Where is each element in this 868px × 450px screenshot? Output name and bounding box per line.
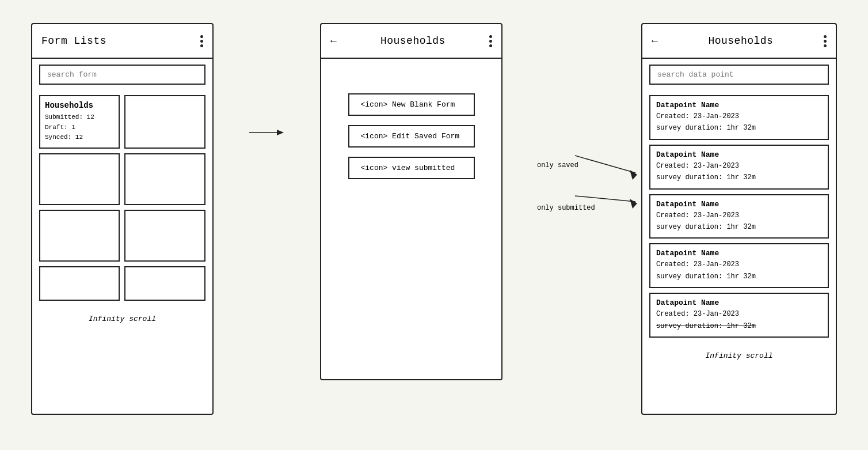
svg-marker-1 <box>277 130 284 135</box>
search-datapoint-input[interactable] <box>649 65 829 85</box>
form-card-households[interactable]: Households Submitted: 12Draft: 1Synced: … <box>39 95 120 149</box>
datapoint-card-1[interactable]: Datapoint Name Created: 23-Jan-2023surve… <box>649 95 829 140</box>
dot-1 <box>489 35 492 38</box>
screen1-title: Form Lists <box>41 35 106 47</box>
screen3-header: ← Households <box>642 24 836 59</box>
arrow-s1-s2-svg <box>249 124 284 141</box>
page-container: Form Lists Households Submitted: 12Draft… <box>14 12 854 426</box>
screen3-wrapper: ← Households Datapoint Name Created: 23-… <box>641 23 837 415</box>
svg-marker-5 <box>630 199 637 209</box>
screen2-back-arrow[interactable]: ← <box>330 35 337 47</box>
dp-meta-3: Created: 23-Jan-2023survey duration: 1hr… <box>656 210 822 233</box>
form-grid: Households Submitted: 12Draft: 1Synced: … <box>32 90 212 305</box>
form-card-empty-1[interactable] <box>124 95 205 149</box>
datapoint-card-4[interactable]: Datapoint Name Created: 23-Jan-2023surve… <box>649 243 829 288</box>
arrow-s1-s2-container <box>248 46 285 219</box>
svg-marker-3 <box>630 170 637 180</box>
screen3-infinity-label: Infinity scroll <box>642 342 836 365</box>
annotation-only-submitted: only submitted <box>537 204 595 212</box>
action-area: <icon> New Blank Form <icon> Edit Saved … <box>321 59 501 202</box>
dp-meta-5: Created: 23-Jan-2023survey duration: 1hr… <box>656 308 822 332</box>
form-card-meta: Submitted: 12Draft: 1Synced: 12 <box>45 112 114 143</box>
form-card-empty-4[interactable] <box>39 210 120 262</box>
form-card-empty-3[interactable] <box>124 153 205 205</box>
dot-3 <box>824 44 827 47</box>
screen2-menu-dots[interactable] <box>489 35 492 47</box>
screen3-menu-dots[interactable] <box>824 35 827 47</box>
annotation-only-saved: only saved <box>537 161 578 169</box>
dot-2 <box>200 40 203 43</box>
dp-meta-2: Created: 23-Jan-2023survey duration: 1hr… <box>656 160 822 184</box>
only-submitted-label: only submitted <box>537 204 595 212</box>
dp-title-4: Datapoint Name <box>656 249 822 258</box>
annotations-area: only saved only submitted <box>537 23 607 212</box>
screen2-title: Households <box>380 35 446 47</box>
dot-1 <box>824 35 827 38</box>
dot-3 <box>489 44 492 47</box>
form-card-empty-7[interactable] <box>124 266 205 301</box>
dp-meta-1: Created: 23-Jan-2023survey duration: 1hr… <box>656 111 822 134</box>
datapoint-list: Datapoint Name Created: 23-Jan-2023surve… <box>642 90 836 342</box>
dp-title-5: Datapoint Name <box>656 298 822 307</box>
edit-saved-form-button[interactable]: <icon> Edit Saved Form <box>348 125 475 148</box>
form-card-empty-2[interactable] <box>39 153 120 205</box>
dp-strikethrough: survey duration: 1hr 32m <box>656 322 756 330</box>
new-blank-form-button[interactable]: <icon> New Blank Form <box>348 93 475 116</box>
screen-datapoints: ← Households Datapoint Name Created: 23-… <box>641 23 837 415</box>
form-card-empty-6[interactable] <box>39 266 120 301</box>
dot-2 <box>489 40 492 43</box>
screen1-menu-dots[interactable] <box>200 35 203 47</box>
datapoint-card-5[interactable]: Datapoint Name Created: 23-Jan-2023surve… <box>649 293 829 338</box>
dp-title-3: Datapoint Name <box>656 200 822 209</box>
screen3-title: Households <box>708 35 773 47</box>
screen2-header: ← Households <box>321 24 501 59</box>
dp-meta-4: Created: 23-Jan-2023survey duration: 1hr… <box>656 259 822 282</box>
form-card-title: Households <box>45 101 114 110</box>
dp-title-1: Datapoint Name <box>656 101 822 109</box>
form-card-empty-5[interactable] <box>124 210 205 262</box>
search-form-input[interactable] <box>39 65 205 85</box>
screen1-header: Form Lists <box>32 24 212 59</box>
screen-households-actions: ← Households <icon> New Blank Form <icon… <box>320 23 502 380</box>
datapoint-card-3[interactable]: Datapoint Name Created: 23-Jan-2023surve… <box>649 194 829 239</box>
screen1-infinity-label: Infinity scroll <box>32 305 212 328</box>
datapoint-card-2[interactable]: Datapoint Name Created: 23-Jan-2023surve… <box>649 145 829 190</box>
screen-form-lists: Form Lists Households Submitted: 12Draft… <box>31 23 214 415</box>
dot-3 <box>200 44 203 47</box>
screen3-back-arrow[interactable]: ← <box>652 35 658 47</box>
view-submitted-button[interactable]: <icon> view submitted <box>348 157 475 179</box>
dp-title-2: Datapoint Name <box>656 150 822 159</box>
only-saved-label: only saved <box>537 161 578 169</box>
dot-1 <box>200 35 203 38</box>
dot-2 <box>824 40 827 43</box>
